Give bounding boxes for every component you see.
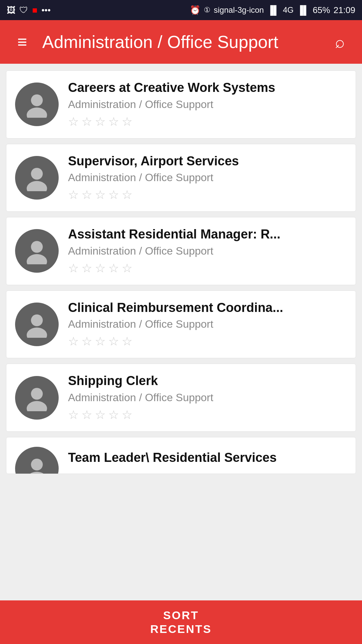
svg-point-0 <box>31 95 43 106</box>
job-category-5: Administration / Office Support <box>68 391 347 404</box>
job-stars-4[interactable]: ☆ ☆ ☆ ☆ ☆ <box>68 334 347 348</box>
job-card-partial[interactable]: Team Leader\ Residential Services <box>6 437 356 474</box>
job-card-3[interactable]: Assistant Residential Manager: R... Admi… <box>6 217 356 285</box>
svg-point-2 <box>31 168 43 179</box>
svg-point-9 <box>27 401 47 411</box>
job-info-3: Assistant Residential Manager: R... Admi… <box>68 227 347 275</box>
star-4-5[interactable]: ☆ <box>122 334 132 348</box>
job-category-2: Administration / Office Support <box>68 171 347 184</box>
status-bar-left-icons: 🖼 🛡 ■ ••• <box>7 5 51 15</box>
status-bar-right-icons: ⏰ ① signal-3g-icon ▐▌ 4G ▐▌ 65% 21:09 <box>190 5 355 15</box>
avatar-5 <box>15 376 59 420</box>
alarm-icon: ⏰ <box>190 5 200 15</box>
avatar-2 <box>15 156 59 200</box>
star-2-5[interactable]: ☆ <box>122 188 132 202</box>
job-stars-1[interactable]: ☆ ☆ ☆ ☆ ☆ <box>68 115 347 129</box>
avatar-4 <box>15 303 59 346</box>
app-icon: ■ <box>32 5 38 15</box>
job-card-1[interactable]: Careers at Creative Work Systems Adminis… <box>6 70 356 139</box>
job-title-1: Careers at Creative Work Systems <box>68 80 347 96</box>
sim-icon: ① <box>204 6 210 14</box>
star-1-5[interactable]: ☆ <box>122 115 132 129</box>
status-bar: 🖼 🛡 ■ ••• ⏰ ① signal-3g-icon ▐▌ 4G ▐▌ 65… <box>0 0 362 20</box>
sort-button[interactable]: SORT RECENTS <box>0 600 362 644</box>
star-5-3[interactable]: ☆ <box>95 408 106 422</box>
page-title: Administration / Office Support <box>42 32 330 52</box>
job-card-2[interactable]: Supervisor, Airport Services Administrat… <box>6 144 356 212</box>
job-title-3: Assistant Residential Manager: R... <box>68 227 347 242</box>
toolbar: ≡ Administration / Office Support ⌕ <box>0 20 362 64</box>
star-3-3[interactable]: ☆ <box>95 261 106 275</box>
job-stars-5[interactable]: ☆ ☆ ☆ ☆ ☆ <box>68 408 347 422</box>
job-info-2: Supervisor, Airport Services Administrat… <box>68 154 347 202</box>
sort-button-line2: RECENTS <box>150 623 212 636</box>
job-category-1: Administration / Office Support <box>68 98 347 111</box>
job-list: Careers at Creative Work Systems Adminis… <box>0 64 362 600</box>
star-5-1[interactable]: ☆ <box>68 408 79 422</box>
search-icon[interactable]: ⌕ <box>330 32 350 52</box>
star-5-5[interactable]: ☆ <box>122 408 132 422</box>
star-3-5[interactable]: ☆ <box>122 261 132 275</box>
job-info-partial: Team Leader\ Residential Services <box>68 447 347 466</box>
time: 21:09 <box>334 5 355 15</box>
job-stars-3[interactable]: ☆ ☆ ☆ ☆ ☆ <box>68 261 347 275</box>
star-1-1[interactable]: ☆ <box>68 115 79 129</box>
more-icon: ••• <box>42 5 51 15</box>
signal-4g-label: 4G <box>283 5 294 15</box>
star-3-1[interactable]: ☆ <box>68 261 79 275</box>
svg-point-10 <box>31 459 43 470</box>
star-3-4[interactable]: ☆ <box>108 261 119 275</box>
job-info-4: Clinical Reimbursement Coordina... Admin… <box>68 300 347 349</box>
photo-icon: 🖼 <box>7 5 15 15</box>
star-4-4[interactable]: ☆ <box>108 334 119 348</box>
star-2-3[interactable]: ☆ <box>95 188 106 202</box>
job-title-5: Shipping Clerk <box>68 373 347 389</box>
job-category-4: Administration / Office Support <box>68 318 347 330</box>
svg-point-6 <box>31 314 43 326</box>
job-stars-2[interactable]: ☆ ☆ ☆ ☆ ☆ <box>68 188 347 202</box>
job-info-5: Shipping Clerk Administration / Office S… <box>68 373 347 422</box>
job-title-2: Supervisor, Airport Services <box>68 154 347 169</box>
job-card-5[interactable]: Shipping Clerk Administration / Office S… <box>6 364 356 432</box>
avatar-3 <box>15 229 59 273</box>
signal-bars-icon: ▐▌ <box>297 5 309 15</box>
job-card-4[interactable]: Clinical Reimbursement Coordina... Admin… <box>6 290 356 359</box>
star-3-2[interactable]: ☆ <box>81 261 92 275</box>
job-category-3: Administration / Office Support <box>68 245 347 257</box>
avatar-1 <box>15 83 59 126</box>
svg-point-3 <box>27 181 47 191</box>
svg-point-11 <box>27 472 47 474</box>
battery-level: 65% <box>313 5 330 15</box>
star-2-4[interactable]: ☆ <box>108 188 119 202</box>
star-1-2[interactable]: ☆ <box>81 115 92 129</box>
shield-icon: 🛡 <box>19 5 28 15</box>
star-5-2[interactable]: ☆ <box>81 408 92 422</box>
job-title-4: Clinical Reimbursement Coordina... <box>68 300 347 316</box>
sort-button-line1: SORT <box>163 609 199 622</box>
svg-point-4 <box>31 241 43 253</box>
star-4-2[interactable]: ☆ <box>81 334 92 348</box>
star-4-3[interactable]: ☆ <box>95 334 106 348</box>
star-5-4[interactable]: ☆ <box>108 408 119 422</box>
svg-point-1 <box>27 108 47 118</box>
star-2-2[interactable]: ☆ <box>81 188 92 202</box>
svg-point-8 <box>31 388 43 399</box>
star-4-1[interactable]: ☆ <box>68 334 79 348</box>
svg-point-7 <box>27 328 47 338</box>
star-1-3[interactable]: ☆ <box>95 115 106 129</box>
star-1-4[interactable]: ☆ <box>108 115 119 129</box>
wifi-bars-icon: ▐▌ <box>267 5 280 15</box>
job-info-1: Careers at Creative Work Systems Adminis… <box>68 80 347 129</box>
star-2-1[interactable]: ☆ <box>68 188 79 202</box>
avatar-partial <box>15 447 59 474</box>
job-title-partial: Team Leader\ Residential Services <box>68 450 347 466</box>
menu-icon[interactable]: ≡ <box>12 32 32 52</box>
svg-point-5 <box>27 254 47 264</box>
signal-3g-label: signal-3g-icon <box>214 5 264 15</box>
